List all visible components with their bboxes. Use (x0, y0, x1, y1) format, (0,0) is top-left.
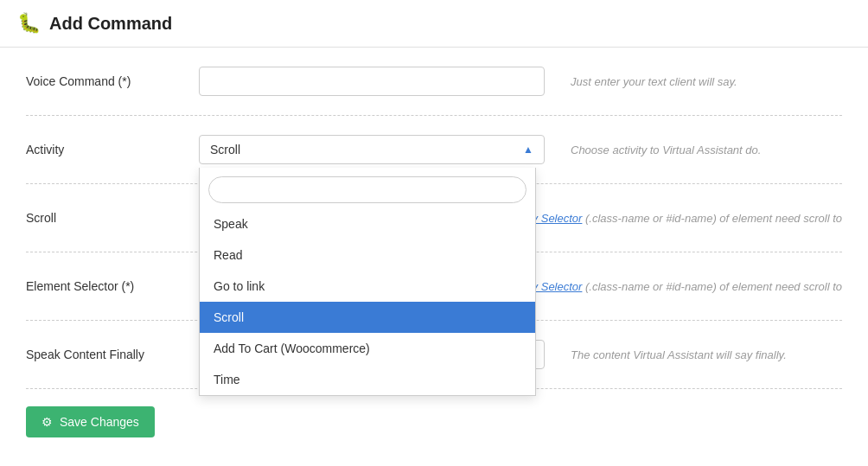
dropdown-item-speak[interactable]: Speak (200, 208, 535, 239)
element-selector-label: Element Selector (*) (26, 279, 199, 293)
speak-content-label: Speak Content Finally (26, 348, 199, 361)
dropdown-item-goto[interactable]: Go to link (200, 271, 535, 302)
activity-select-trigger[interactable]: Scroll ▲ (199, 135, 545, 164)
page-wrapper: 🐛 Add Command Voice Command (*) Just ent… (0, 0, 868, 466)
scroll-hint: ry Selector (.class-name or #id-name) of… (528, 212, 842, 225)
speak-content-hint: The content Virtual Assistant will say f… (571, 348, 787, 361)
element-selector-hint: ry Selector (.class-name or #id-name) of… (528, 280, 842, 293)
voice-command-row: Voice Command (*) Just enter your text c… (26, 48, 842, 116)
content-area: Voice Command (*) Just enter your text c… (0, 48, 868, 437)
activity-select-wrap: Scroll ▲ Speak Read Go to link Scroll Ad… (199, 135, 545, 164)
activity-selected-value: Scroll (210, 143, 240, 156)
page-header: 🐛 Add Command (0, 0, 868, 48)
dropdown-list: Speak Read Go to link Scroll Add To Cart… (200, 208, 535, 395)
activity-row: Activity Scroll ▲ Speak Read Go to link … (26, 116, 842, 184)
voice-command-input-wrap (199, 67, 545, 96)
page-title: Add Command (49, 14, 172, 34)
activity-hint: Choose activity to Virtual Assistant do. (571, 144, 761, 156)
gear-icon: ⚙ (41, 415, 53, 429)
dropdown-item-read[interactable]: Read (200, 239, 535, 271)
bug-icon: 🐛 (17, 12, 41, 35)
save-button[interactable]: ⚙ Save Changes (26, 406, 155, 437)
dropdown-arrow-icon: ▲ (523, 144, 533, 156)
save-button-label: Save Changes (60, 415, 139, 429)
dropdown-item-addtocart[interactable]: Add To Cart (Woocommerce) (200, 333, 535, 364)
scroll-hint-link[interactable]: ry Selector (528, 212, 582, 225)
voice-command-hint: Just enter your text client will say. (571, 75, 737, 88)
dropdown-item-time[interactable]: Time (200, 364, 535, 395)
element-selector-hint-text: (.class-name or #id-name) of element nee… (585, 280, 842, 293)
dropdown-item-scroll[interactable]: Scroll (200, 302, 535, 333)
voice-command-label: Voice Command (*) (26, 74, 199, 88)
activity-label: Activity (26, 143, 199, 156)
dropdown-search-wrap (200, 168, 535, 208)
activity-dropdown: Speak Read Go to link Scroll Add To Cart… (199, 168, 536, 396)
voice-command-input[interactable] (199, 67, 545, 96)
element-selector-hint-link[interactable]: ry Selector (528, 280, 582, 293)
dropdown-search-input[interactable] (208, 176, 527, 203)
scroll-label: Scroll (26, 211, 199, 225)
scroll-hint-text: (.class-name or #id-name) of element nee… (585, 212, 842, 225)
